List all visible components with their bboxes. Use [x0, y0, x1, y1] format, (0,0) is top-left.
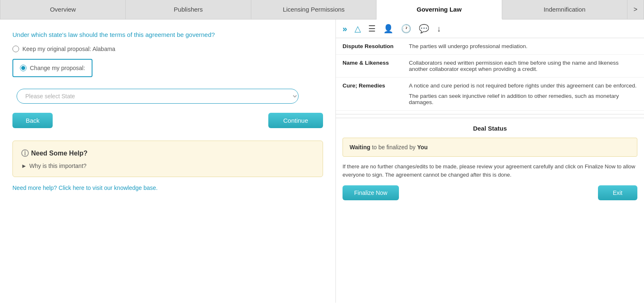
question-text: Under which state's law should the terms… [12, 31, 323, 38]
cure-remedies-value-1: A notice and cure period is not required… [409, 83, 637, 89]
dispute-resolution-value: The parties will undergo professional me… [402, 38, 644, 55]
forward-arrows-icon[interactable]: » [343, 24, 347, 34]
name-likeness-value: Collaborators need written permission ea… [402, 55, 644, 78]
option-keep-row: Keep my original proposal: Alabama [12, 46, 323, 52]
help-arrow-icon: ► [21, 163, 27, 169]
help-title: ⓘ Need Some Help? [21, 148, 314, 158]
main-layout: Under which state's law should the terms… [0, 19, 644, 303]
waiting-label: Waiting [350, 144, 370, 151]
tab-overview[interactable]: Overview [0, 0, 126, 19]
download-icon[interactable]: ↓ [437, 24, 441, 34]
state-select[interactable]: Please select State [17, 89, 299, 104]
deal-status-title: Deal Status [343, 125, 637, 132]
btn-row: Back Continue [12, 113, 323, 128]
option-keep-label: Keep my original proposal: Alabama [22, 46, 115, 52]
tab-licensing-permissions[interactable]: Licensing Permissions [251, 0, 377, 19]
dispute-resolution-label: Dispute Resolution [336, 38, 402, 55]
help-question-icon: ⓘ [21, 148, 29, 158]
help-box: ⓘ Need Some Help? ► Why is this importan… [12, 141, 323, 177]
option-change-label: Change my proposal: [30, 65, 85, 71]
you-label: You [417, 144, 428, 151]
left-panel: Under which state's law should the terms… [0, 19, 336, 303]
comment-icon[interactable]: 💬 [419, 24, 429, 34]
list-icon[interactable]: ☰ [368, 24, 376, 34]
right-toolbar: » △ ☰ 👤 🕐 💬 ↓ [336, 19, 644, 38]
right-content[interactable]: Dispute Resolution The parties will unde… [336, 38, 644, 303]
tab-governing-law[interactable]: Governing Law [377, 0, 502, 19]
deal-status-section: Deal Status Waiting to be finalized by Y… [336, 118, 644, 207]
table-row: Name & Likeness Collaborators need writt… [336, 55, 644, 78]
finalize-now-button[interactable]: Finalize Now [343, 185, 399, 200]
finalize-row: Finalize Now Exit [343, 185, 637, 200]
back-button[interactable]: Back [12, 113, 53, 128]
help-why[interactable]: ► Why is this important? [21, 163, 314, 169]
radio-change[interactable] [20, 65, 27, 71]
warning-icon[interactable]: △ [355, 24, 361, 34]
knowledge-base-link[interactable]: Need more help? Click here to visit our … [12, 185, 158, 191]
tab-publishers[interactable]: Publishers [126, 0, 251, 19]
waiting-box: Waiting to be finalized by You [343, 138, 637, 157]
tab-indemnification[interactable]: Indemnification [502, 0, 627, 19]
tabs-bar: Overview Publishers Licensing Permission… [0, 0, 644, 19]
right-panel: » △ ☰ 👤 🕐 💬 ↓ Dispute Resolution The par… [336, 19, 644, 303]
clock-icon[interactable]: 🕐 [401, 24, 411, 34]
table-row: Dispute Resolution The parties will unde… [336, 38, 644, 55]
cure-remedies-label: Cure; Remedies [336, 78, 402, 111]
state-select-row: Please select State [17, 89, 323, 104]
tab-next-arrow[interactable]: > [627, 0, 644, 19]
name-likeness-label: Name & Likeness [336, 55, 402, 78]
person-icon[interactable]: 👤 [383, 24, 394, 34]
finalize-instructions: If there are no further changes/edits to… [343, 163, 637, 179]
cure-remedies-value-2: The parties can seek injunctive relief i… [409, 93, 637, 105]
summary-table: Dispute Resolution The parties will unde… [336, 38, 644, 111]
radio-keep[interactable] [12, 46, 19, 52]
continue-button[interactable]: Continue [268, 113, 323, 128]
table-row: Cure; Remedies A notice and cure period … [336, 78, 644, 111]
waiting-middle-text: to be finalized by [372, 144, 417, 151]
change-proposal-box: Change my proposal: [12, 59, 92, 77]
cure-remedies-value: A notice and cure period is not required… [402, 78, 644, 111]
exit-button[interactable]: Exit [598, 185, 637, 200]
